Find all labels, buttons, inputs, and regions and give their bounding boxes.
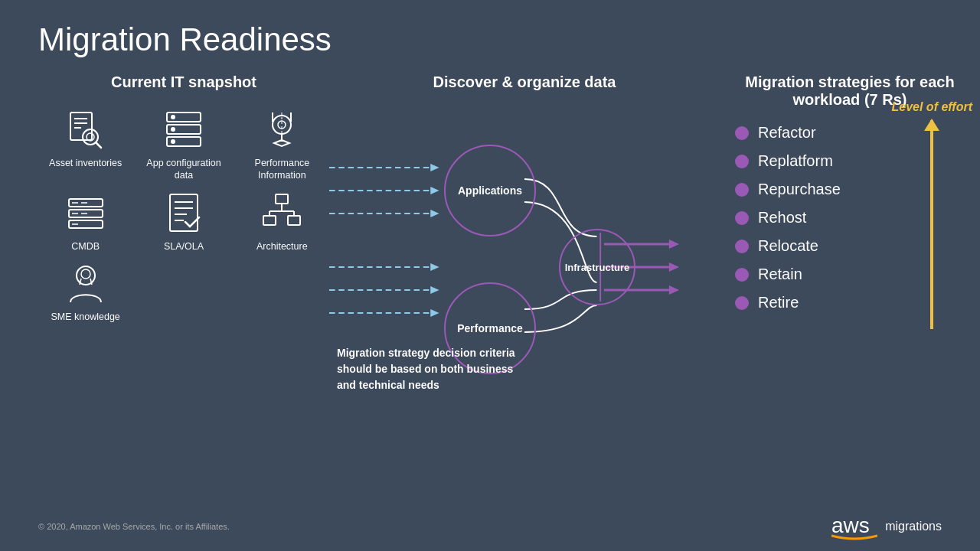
icon-architecture: Architecture bbox=[235, 190, 329, 253]
svg-rect-26 bbox=[170, 194, 198, 231]
middle-section-heading: Discover & organize data bbox=[433, 73, 616, 91]
icon-app-config: App configuration data bbox=[136, 106, 230, 182]
dot-retire bbox=[735, 296, 749, 310]
svg-point-10 bbox=[171, 115, 175, 119]
icon-sme-knowledge: SME knowledge bbox=[38, 260, 132, 323]
svg-marker-57 bbox=[669, 262, 679, 272]
aws-logo-icon: aws bbox=[831, 511, 877, 542]
svg-rect-32 bbox=[263, 216, 276, 225]
aws-migrations-label: migrations bbox=[885, 520, 942, 533]
circle-applications: Applications bbox=[444, 145, 536, 236]
effort-label: Level of effort bbox=[892, 99, 973, 116]
svg-marker-43 bbox=[430, 164, 439, 171]
decision-criteria-text: Migration strategy decision criteria sho… bbox=[337, 345, 521, 393]
svg-rect-33 bbox=[288, 216, 300, 225]
svg-marker-59 bbox=[669, 285, 679, 295]
copyright-text: © 2020, Amazon Web Services, Inc. or its… bbox=[38, 522, 230, 531]
svg-point-39 bbox=[81, 269, 90, 279]
effort-arrow-container: Level of effort bbox=[892, 99, 973, 329]
svg-marker-45 bbox=[430, 187, 439, 194]
svg-text:aws: aws bbox=[831, 514, 870, 537]
svg-line-5 bbox=[96, 142, 101, 148]
icon-sla-ola: SLA/OLA bbox=[136, 190, 230, 253]
footer: © 2020, Amazon Web Services, Inc. or its… bbox=[38, 511, 942, 542]
page-title: Migration Readiness bbox=[0, 0, 980, 66]
icon-performance-info: Performance Information bbox=[235, 106, 329, 182]
effort-arrow-head bbox=[924, 119, 939, 131]
svg-point-12 bbox=[171, 139, 175, 144]
dot-retain bbox=[735, 268, 749, 282]
dot-replatform bbox=[735, 155, 749, 168]
dot-refactor bbox=[735, 126, 749, 140]
dot-repurchase bbox=[735, 183, 749, 197]
circle-infrastructure: Infrastructure bbox=[559, 229, 635, 305]
svg-rect-31 bbox=[276, 194, 288, 204]
effort-arrow-line bbox=[930, 120, 933, 329]
svg-point-11 bbox=[171, 127, 175, 132]
svg-marker-53 bbox=[430, 309, 439, 317]
svg-marker-49 bbox=[430, 263, 439, 271]
dot-relocate bbox=[735, 240, 749, 253]
aws-logo: aws migrations bbox=[831, 511, 942, 542]
svg-rect-0 bbox=[70, 112, 92, 140]
icon-cmdb: CMDB bbox=[38, 190, 132, 253]
effort-arrow bbox=[929, 120, 935, 329]
svg-marker-55 bbox=[669, 240, 679, 249]
svg-marker-47 bbox=[430, 210, 439, 217]
svg-marker-51 bbox=[430, 286, 439, 294]
left-section-heading: Current IT snapshot bbox=[38, 73, 329, 91]
dot-rehost bbox=[735, 211, 749, 225]
icon-asset-inventories: Asset inventories bbox=[38, 106, 132, 182]
